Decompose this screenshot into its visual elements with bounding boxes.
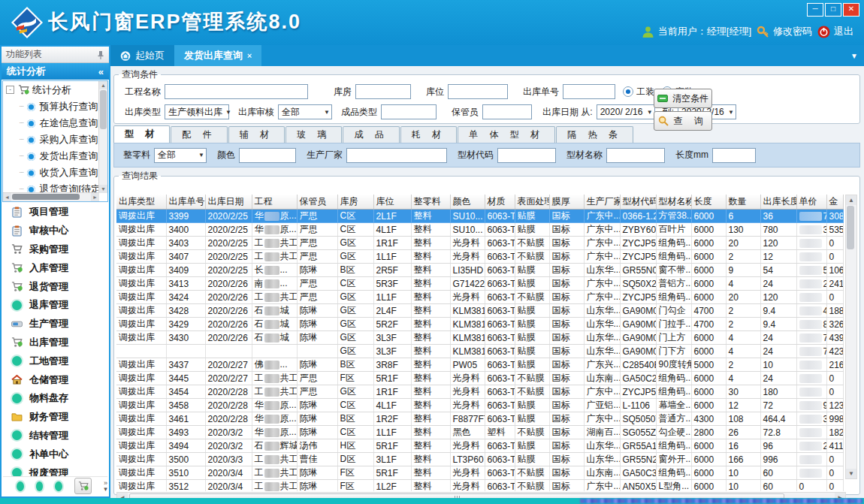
project-name-input[interactable] [165,84,308,99]
scroll-up-icon[interactable]: ▲ [99,81,107,89]
table-row[interactable]: 调拨出库34452020/2/27工共工程严思F区5R1F整料光身料6063-T… [116,372,843,385]
collapse-icon[interactable]: « [98,66,104,77]
material-tab-4[interactable]: 玻 璃 [285,126,342,143]
sidebar-item-15[interactable]: 报废管理 [3,463,107,477]
stats-group-header[interactable]: 统计分析 « [2,63,109,80]
table-row[interactable]: 调拨出库34092020/2/25长...陈琳B区2R5F整料LI35HD606… [116,264,843,277]
sidebar-item-8[interactable]: 出库管理 [3,333,107,352]
table-row[interactable]: 调拨出库34072020/2/25工共工程严思G区1L1F整料光身料6063-T… [116,250,843,264]
tree-horizontal-scrollbar[interactable]: ◄ ► [3,192,99,201]
material-tab-8[interactable]: 隔 热 条 [556,126,633,143]
table-row[interactable]: 调拨出库34582020/2/28华原...陈琳C区4L1F整料光身料6063-… [116,399,843,412]
profile-code-input[interactable] [497,148,556,163]
table-row[interactable]: 调拨出库34032020/2/25工共工程严思G区1R1F整料光身料6063-T… [116,237,843,250]
column-header[interactable]: 颜色 [450,195,485,210]
tab-home[interactable]: 起始页 [110,45,174,66]
warehouse-input[interactable] [355,84,411,99]
whole-part-select[interactable]: 全部▼ [154,148,207,163]
scroll-down-icon[interactable]: ▼ [846,469,856,478]
table-row[interactable]: 调拨出库34942020/3/2石辉城汤伟H区5R1F整料光身料6063-T5贴… [116,439,843,453]
grid-header-row[interactable]: 出库类型出库单号出库日期工程保管员库房库位整零料颜色材质表面处理膜厚生产厂家型材… [116,195,843,210]
radio-gongzhuang[interactable]: 工装 [623,86,654,98]
tree-vertical-scrollbar[interactable]: ▲ ▼ [98,81,107,193]
tree-vscroll-thumb[interactable] [100,90,107,129]
column-header[interactable]: 整零料 [411,195,450,210]
tree-item[interactable]: ┄发货出库查询 [3,148,99,164]
table-row[interactable]: 调拨出库34372020/2/27佛...陈琳B区3R8F整料PW056063-… [116,358,843,372]
date-from-select[interactable]: 2020/ 2/16▼ [597,104,655,119]
column-header[interactable]: 出库长度 [760,195,796,210]
sidebar-item-7[interactable]: 生产管理 [3,315,107,333]
column-header[interactable]: 长度 [691,195,726,210]
order-no-input[interactable] [563,84,615,99]
column-header[interactable]: 材质 [485,195,515,210]
column-header[interactable]: 型材代码 [620,195,656,210]
module-dot-icon[interactable] [17,481,24,491]
product-type-input[interactable] [381,104,437,119]
tree-collapse-icon[interactable]: - [6,86,14,94]
search-button[interactable]: 查 询 [654,111,712,131]
keeper-input[interactable] [482,104,532,119]
sidebar-item-5[interactable]: 退货管理 [3,277,107,296]
tree-item[interactable]: ┄采购入库查询 [3,131,99,148]
column-header[interactable]: 保管员 [297,195,337,210]
sidebar-more-button[interactable]: »▾ [104,480,107,492]
table-row[interactable]: 调拨出库34002020/2/25华原...严思C区4L1F整料SU10...6… [116,223,843,237]
scroll-up-icon[interactable]: ▲ [846,195,856,205]
material-tab-2[interactable]: 配 件 [171,126,227,143]
column-header[interactable]: 金 [826,195,843,210]
table-row[interactable]: 调拨出库34242020/2/26工共工程严思G区1L1F整料光身料6063-T… [116,291,843,304]
column-header[interactable]: 型材名称 [656,195,691,210]
grid-vertical-scrollbar[interactable]: ▲ ▼ [845,195,857,479]
out-type-select[interactable]: 生产领料出库▼ [165,104,229,119]
material-tab-6[interactable]: 耗 材 [400,126,457,143]
table-row[interactable]: 调拨出库35002020/3/3工共工程曹佳D区3L1F整料LT3P606063… [116,453,843,466]
sidebar-item-11[interactable]: 物料盘存 [3,389,107,408]
change-password-link[interactable]: 修改密码 [757,25,812,38]
logout-link[interactable]: 退出 [817,25,853,38]
close-button[interactable]: ✕ [843,3,859,17]
sidebar-item-4[interactable]: 入库管理 [3,258,107,277]
sidebar-item-12[interactable]: 财务管理 [3,408,107,427]
sidebar-item-2[interactable]: 审核中心 [3,222,107,240]
tree-item[interactable]: ┄预算执行查询 [3,98,99,115]
column-header[interactable]: 膜厚 [549,195,584,210]
length-input[interactable] [712,148,756,163]
maximize-button[interactable]: □ [825,3,841,17]
table-row[interactable]: 调拨出库34302020/2/26石城陈琳G区3L3F整料KLM38176063… [116,331,843,345]
sidebar-item-9[interactable]: 工地管理 [3,352,107,370]
table-row[interactable]: 调拨出库35122020/3/4工共工程陈琳F区1L2F整料光身料6063-T5… [116,480,843,492]
tree-root-stats[interactable]: - 统计分析 [3,81,99,98]
material-tab-7[interactable]: 单 体 型 材 [458,126,555,143]
profile-name-input[interactable] [606,148,665,163]
scroll-down-icon[interactable]: ▼ [99,185,107,193]
column-header[interactable]: 出库日期 [205,195,252,210]
grid-vscroll-thumb[interactable] [847,206,854,249]
column-header[interactable]: 出库类型 [116,195,166,210]
sidebar-item-3[interactable]: 采购管理 [3,240,107,259]
table-row[interactable]: 调拨出库34282020/2/26石城陈琳G区2L4F整料KLM38176063… [116,304,843,318]
column-header[interactable]: 工程 [252,195,297,210]
tab-close-icon[interactable]: × [247,51,252,60]
tree-item[interactable]: ┄在途信息查询[待 [3,115,99,131]
sidebar-item-1[interactable]: 项目管理 [3,203,107,222]
tab-list-chevron-icon[interactable]: ▼ [850,52,858,60]
pin-icon[interactable] [97,50,104,59]
column-header[interactable]: 单价 [796,195,826,210]
column-header[interactable]: 表面处理 [515,195,549,210]
material-tab-1[interactable]: 型 材 [113,125,170,143]
scroll-right-icon[interactable]: ► [91,193,99,201]
material-tab-5[interactable]: 成 品 [343,126,399,143]
tree-hscroll-thumb[interactable] [12,194,80,200]
table-row[interactable]: 调拨出库34132020/2/26南...严思C区5R3F整料G71422606… [116,277,843,291]
location-input[interactable] [448,84,508,99]
color-input[interactable] [239,148,296,163]
audit-select[interactable]: 全部▼ [278,104,332,119]
table-row[interactable]: 调拨出库34932020/3/2华原...陈琳C区1L1F整料黑色塑料不贴膜国标… [116,426,843,439]
table-row[interactable]: 调拨出库33992020/2/25华原...严思C区2L1F整料SU10...6… [116,210,843,223]
table-row[interactable]: 调拨出库34292020/2/26石城陈琳G区5R2F整料KLM38176063… [116,318,843,331]
module-dot-icon[interactable] [55,481,62,491]
manufacturer-input[interactable] [346,148,447,163]
table-row[interactable]: 调拨出库34542020/2/28工共工程严思G区1R1F整料光身料6063-T… [116,385,843,399]
material-tab-3[interactable]: 辅 材 [228,126,285,143]
